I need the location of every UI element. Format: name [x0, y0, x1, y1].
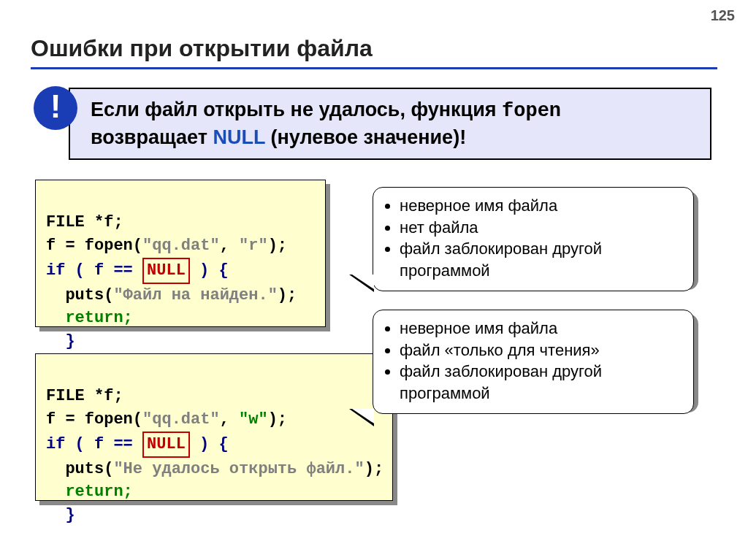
- exclamation-icon: !: [34, 86, 77, 130]
- c2-l1: FILE *f;: [46, 387, 123, 405]
- c2-l2c: ,: [220, 410, 239, 429]
- b2-item2: файл заблокирован другой программой: [400, 361, 680, 404]
- c1-l2c: ,: [220, 237, 239, 255]
- title-rule: [31, 67, 717, 69]
- c2-l5: return;: [46, 483, 133, 501]
- c2-l4c: );: [365, 460, 383, 478]
- bubble-write-errors: неверное имя файла файл «только для чтен…: [373, 310, 694, 414]
- c2-l2b: "qq.dat": [142, 410, 220, 429]
- bubble-read-errors: неверное имя файла нет файла файл заблок…: [373, 187, 694, 291]
- c1-l4c: );: [278, 286, 297, 304]
- c1-l3a: if ( f ==: [46, 261, 142, 280]
- callout-text-1: Если файл открыть не удалось, функция: [91, 99, 502, 120]
- c1-l2a: f = fopen(: [46, 237, 142, 255]
- c1-l2b: "qq.dat": [142, 237, 220, 255]
- c1-l2e: );: [268, 237, 287, 255]
- c2-l2a: f = fopen(: [46, 410, 142, 429]
- c1-null-chip: NULL: [142, 258, 190, 284]
- c2-l4b: "Не удалось открыть файл.": [113, 460, 364, 478]
- c2-l3a: if ( f ==: [46, 435, 142, 453]
- b2-item1: файл «только для чтения»: [400, 340, 680, 361]
- page-number: 125: [711, 7, 735, 24]
- c1-l1: FILE *f;: [46, 213, 123, 231]
- callout-text-3: (нулевое значение)!: [265, 126, 466, 148]
- c1-l4a: puts(: [46, 286, 113, 304]
- b1-item0: неверное имя файла: [400, 195, 680, 217]
- code-block-read: FILE *f; f = fopen("qq.dat", "r"); if ( …: [35, 180, 326, 327]
- c1-l5: return;: [46, 309, 133, 327]
- c1-l3b: ) {: [190, 261, 229, 280]
- c2-l3b: ) {: [190, 435, 229, 453]
- c2-l6: }: [46, 506, 75, 524]
- b1-item2: файл заблокирован другой программой: [400, 238, 680, 281]
- c2-l2e: );: [268, 410, 287, 429]
- c2-l2d: "w": [239, 410, 268, 429]
- important-callout: Если файл открыть не удалось, функция fo…: [69, 88, 711, 160]
- c1-l2d: "r": [239, 237, 268, 255]
- c2-l4a: puts(: [46, 460, 113, 478]
- callout-fopen: fopen: [502, 100, 561, 122]
- c1-l6: }: [46, 332, 75, 350]
- code-block-write: FILE *f; f = fopen("qq.dat", "w"); if ( …: [35, 353, 393, 501]
- bubble2-tail-fill: [352, 409, 374, 423]
- callout-null: NULL: [213, 126, 265, 148]
- bubble1-tail-fill: [352, 275, 374, 289]
- c2-null-chip: NULL: [142, 431, 190, 458]
- callout-text-2: возвращает: [91, 126, 213, 148]
- b2-item0: неверное имя файла: [400, 318, 680, 340]
- b1-item1: нет файла: [400, 217, 680, 239]
- c1-l4b: "Файл на найден.": [113, 286, 277, 304]
- slide-title: Ошибки при открытии файла: [31, 35, 373, 62]
